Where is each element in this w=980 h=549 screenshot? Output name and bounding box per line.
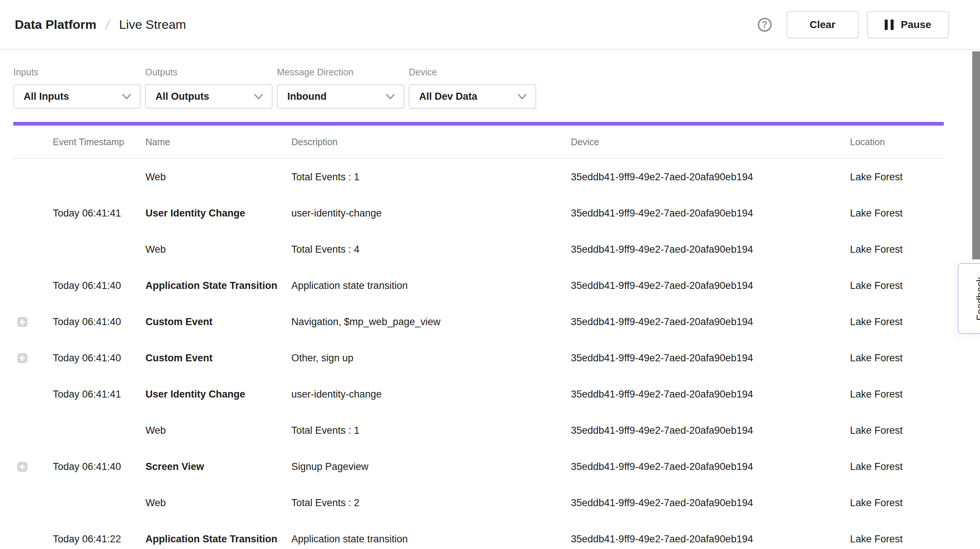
cell-expand xyxy=(13,498,53,508)
device-dropdown[interactable]: All Dev Data xyxy=(409,84,536,109)
cell-description: Signup Pageview xyxy=(291,461,571,472)
table-row[interactable]: Today 06:41:40 Custom Event Other, sign … xyxy=(13,340,944,376)
cell-location: Lake Forest xyxy=(850,207,944,219)
chevron-down-icon xyxy=(121,91,132,102)
cell-description: Application state transition xyxy=(291,280,571,292)
pause-icon xyxy=(885,19,894,30)
cell-location: Lake Forest xyxy=(850,244,944,255)
cell-name: Web xyxy=(145,171,291,183)
cell-device: 35eddb41-9ff9-49e2-7aed-20afa90eb194 xyxy=(571,353,850,364)
event-table-body: Web Total Events : 1 35eddb41-9ff9-49e2-… xyxy=(0,159,980,549)
cell-description: Total Events : 4 xyxy=(291,244,571,255)
message-direction-dropdown-value: Inbound xyxy=(287,91,326,102)
cell-description: Total Events : 1 xyxy=(291,171,571,183)
breadcrumb-separator: / xyxy=(105,18,111,32)
cell-location: Lake Forest xyxy=(850,316,944,328)
cell-expand xyxy=(13,281,53,291)
table-row[interactable]: Today 06:41:22 Application State Transit… xyxy=(13,521,944,549)
pause-button[interactable]: Pause xyxy=(867,11,949,38)
cell-description: user-identity-change xyxy=(291,207,571,219)
cell-expand xyxy=(13,317,53,327)
feedback-tab[interactable]: Feedback xyxy=(958,263,980,334)
clear-button[interactable]: Clear xyxy=(786,11,859,38)
filter-bar: Inputs All Inputs Outputs All Outputs Me… xyxy=(13,67,980,109)
cell-location: Lake Forest xyxy=(850,533,944,545)
breadcrumb-data-platform[interactable]: Data Platform xyxy=(15,18,96,32)
cell-expand xyxy=(13,244,53,255)
cell-expand xyxy=(13,534,53,544)
cell-device: 35eddb41-9ff9-49e2-7aed-20afa90eb194 xyxy=(571,207,850,219)
cell-location: Lake Forest xyxy=(850,389,944,400)
cell-timestamp: Today 06:41:41 xyxy=(53,207,145,219)
cell-description: Navigation, $mp_web_page_view xyxy=(291,316,571,328)
filter-device-label: Device xyxy=(409,67,536,78)
cell-timestamp: Today 06:41:41 xyxy=(53,389,145,400)
cell-name: Web xyxy=(145,497,291,509)
table-row[interactable]: Today 06:41:41 User Identity Change user… xyxy=(13,376,944,412)
breadcrumb: Data Platform / Live Stream xyxy=(15,18,186,32)
table-row[interactable]: Web Total Events : 1 35eddb41-9ff9-49e2-… xyxy=(13,159,944,195)
cell-name: User Identity Change xyxy=(145,389,291,400)
chevron-down-icon xyxy=(253,91,264,102)
table-row[interactable]: Today 06:41:40 Screen View Signup Pagevi… xyxy=(13,448,944,485)
cell-device: 35eddb41-9ff9-49e2-7aed-20afa90eb194 xyxy=(571,316,850,328)
pause-button-label: Pause xyxy=(901,19,932,31)
filter-outputs: Outputs All Outputs xyxy=(145,67,272,109)
plus-icon xyxy=(19,464,25,469)
filter-outputs-label: Outputs xyxy=(145,67,272,78)
outputs-dropdown-value: All Outputs xyxy=(156,91,209,102)
cell-location: Lake Forest xyxy=(850,425,944,436)
cell-description: Other, sign up xyxy=(291,353,571,364)
table-row[interactable]: Web Total Events : 2 35eddb41-9ff9-49e2-… xyxy=(13,485,944,521)
cell-device: 35eddb41-9ff9-49e2-7aed-20afa90eb194 xyxy=(571,244,850,255)
table-row[interactable]: Today 06:41:40 Custom Event Navigation, … xyxy=(13,304,944,340)
table-row[interactable]: Today 06:41:40 Application State Transit… xyxy=(13,268,944,304)
inputs-dropdown[interactable]: All Inputs xyxy=(13,84,141,109)
cell-expand xyxy=(13,389,53,399)
device-dropdown-value: All Dev Data xyxy=(419,91,477,102)
cell-description: Application state transition xyxy=(291,533,571,545)
cell-device: 35eddb41-9ff9-49e2-7aed-20afa90eb194 xyxy=(571,425,850,436)
header-actions: ? Clear Pause xyxy=(758,11,949,38)
cell-description: Total Events : 2 xyxy=(291,497,571,509)
expand-row-button[interactable] xyxy=(18,353,27,363)
cell-location: Lake Forest xyxy=(850,171,944,183)
cell-name: Application State Transition xyxy=(145,280,291,292)
cell-location: Lake Forest xyxy=(850,353,944,364)
table-header: Event Timestamp Name Description Device … xyxy=(13,126,944,159)
cell-device: 35eddb41-9ff9-49e2-7aed-20afa90eb194 xyxy=(571,497,850,509)
cell-name: Custom Event xyxy=(145,353,291,364)
cell-name: Screen View xyxy=(145,461,291,472)
cell-timestamp: Today 06:41:40 xyxy=(53,461,145,472)
filter-inputs: Inputs All Inputs xyxy=(13,67,141,109)
chevron-down-icon xyxy=(385,91,396,102)
cell-device: 35eddb41-9ff9-49e2-7aed-20afa90eb194 xyxy=(571,533,850,545)
chevron-down-icon xyxy=(517,91,527,102)
help-icon[interactable]: ? xyxy=(758,18,772,32)
column-header-name: Name xyxy=(145,137,291,147)
message-direction-dropdown[interactable]: Inbound xyxy=(277,84,404,109)
feedback-tab-label: Feedback xyxy=(975,277,980,321)
cell-device: 35eddb41-9ff9-49e2-7aed-20afa90eb194 xyxy=(571,389,850,400)
filter-inputs-label: Inputs xyxy=(13,67,141,78)
cell-timestamp: Today 06:41:40 xyxy=(53,353,145,364)
cell-name: Web xyxy=(145,425,291,436)
table-row[interactable]: Web Total Events : 1 35eddb41-9ff9-49e2-… xyxy=(13,412,944,448)
cell-device: 35eddb41-9ff9-49e2-7aed-20afa90eb194 xyxy=(571,280,850,292)
expand-row-button[interactable] xyxy=(18,317,27,327)
cell-expand xyxy=(13,462,53,472)
filter-message-direction-label: Message Direction xyxy=(277,67,404,78)
cell-name: Application State Transition xyxy=(145,533,291,545)
cell-description: Total Events : 1 xyxy=(291,425,571,436)
vertical-scrollbar-thumb[interactable] xyxy=(972,51,980,259)
cell-name: User Identity Change xyxy=(145,207,291,219)
inputs-dropdown-value: All Inputs xyxy=(24,91,69,102)
column-header-event-timestamp: Event Timestamp xyxy=(53,137,145,147)
cell-expand xyxy=(13,353,53,363)
filter-device: Device All Dev Data xyxy=(409,67,536,109)
table-row[interactable]: Web Total Events : 4 35eddb41-9ff9-49e2-… xyxy=(13,231,944,268)
table-row[interactable]: Today 06:41:41 User Identity Change user… xyxy=(13,195,944,231)
outputs-dropdown[interactable]: All Outputs xyxy=(145,84,272,109)
expand-row-button[interactable] xyxy=(18,462,27,472)
cell-expand xyxy=(13,208,53,219)
